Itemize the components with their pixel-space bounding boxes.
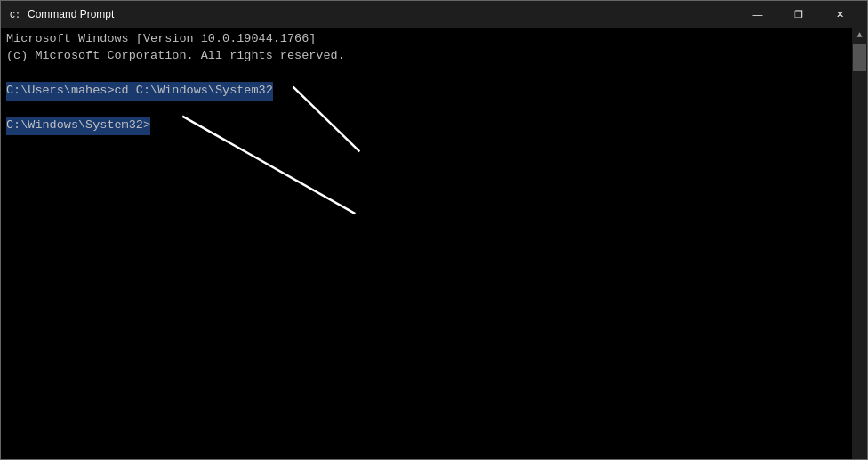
title-bar-controls: — ❐ ✕ bbox=[737, 1, 860, 28]
cmd-window: C: Command Prompt — ❐ ✕ Microsoft Window… bbox=[0, 0, 868, 460]
maximize-button[interactable]: ❐ bbox=[778, 1, 819, 28]
console-prompt-row: C:\Windows\System32> bbox=[6, 117, 862, 135]
console-line-2: (c) Microsoft Corporation. All rights re… bbox=[6, 48, 862, 65]
console-line-1: Microsoft Windows [Version 10.0.19044.17… bbox=[6, 31, 862, 48]
cmd-icon: C: bbox=[8, 7, 22, 21]
scrollbar-thumb[interactable] bbox=[853, 44, 866, 71]
highlighted-command-line: C:\Users\mahes>cd C:\Windows\System32 bbox=[6, 82, 862, 101]
window-title: Command Prompt bbox=[28, 8, 114, 20]
console-body[interactable]: Microsoft Windows [Version 10.0.19044.17… bbox=[1, 28, 867, 459]
title-bar-left: C: Command Prompt bbox=[8, 7, 114, 21]
close-button[interactable]: ✕ bbox=[819, 1, 860, 28]
minimize-button[interactable]: — bbox=[737, 1, 778, 28]
svg-text:C:: C: bbox=[10, 11, 20, 20]
console-line-blank2 bbox=[6, 101, 862, 117]
title-bar: C: Command Prompt — ❐ ✕ bbox=[1, 1, 867, 28]
scrollbar[interactable]: ▲ bbox=[852, 28, 867, 459]
scroll-up-arrow[interactable]: ▲ bbox=[852, 28, 867, 43]
console-line-cd-command: C:\Users\mahes>cd C:\Windows\System32 bbox=[6, 82, 273, 101]
console-line-blank1 bbox=[6, 65, 862, 82]
console-line-prompt: C:\Windows\System32> bbox=[6, 117, 150, 135]
